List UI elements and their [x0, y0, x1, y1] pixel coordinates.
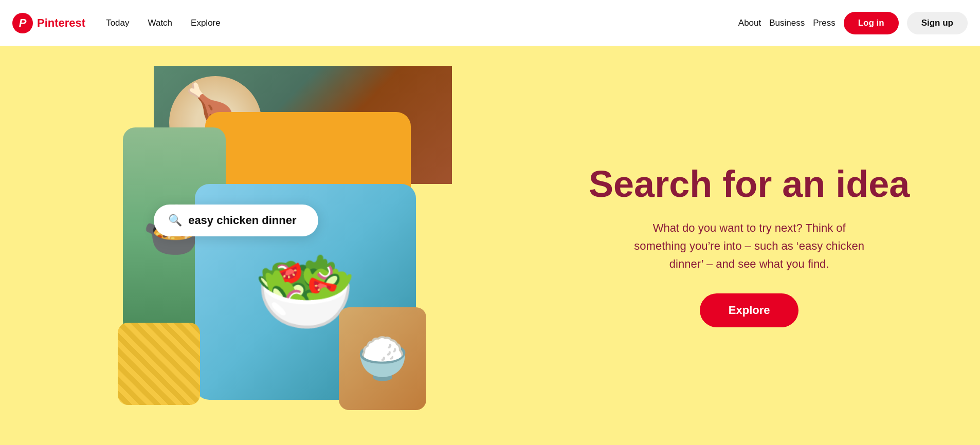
search-icon: 🔍	[168, 214, 182, 227]
search-query-text: easy chicken dinner	[188, 214, 296, 227]
navbar-left: P Pinterest Today Watch Explore	[12, 13, 229, 33]
nav-link-press[interactable]: Press	[813, 18, 835, 28]
navbar: P Pinterest Today Watch Explore About Bu…	[0, 0, 980, 46]
signup-button[interactable]: Sign up	[907, 12, 968, 34]
hero-title: Search for an idea	[589, 164, 910, 205]
nav-links: Today Watch Explore	[98, 14, 229, 32]
pinterest-p-icon: P	[12, 13, 33, 33]
navbar-right: About Business Press Log in Sign up	[738, 12, 968, 34]
hero-search-bar[interactable]: 🔍 easy chicken dinner	[154, 205, 318, 236]
nav-link-explore[interactable]: Explore	[183, 14, 229, 32]
hero-subtitle: What do you want to try next? Think of s…	[626, 219, 873, 273]
login-button[interactable]: Log in	[844, 12, 899, 34]
food-image-bottom-right	[339, 307, 426, 410]
nav-link-watch[interactable]: Watch	[140, 14, 181, 32]
hero-right: Search for an idea What do you want to t…	[539, 143, 980, 348]
pinterest-wordmark: Pinterest	[37, 16, 85, 30]
nav-link-about[interactable]: About	[738, 18, 761, 28]
pinterest-logo[interactable]: P Pinterest	[12, 13, 85, 33]
hero-section: 🔍 easy chicken dinner Search for an idea…	[0, 46, 980, 445]
explore-button[interactable]: Explore	[700, 293, 799, 327]
hero-left: 🔍 easy chicken dinner	[0, 46, 539, 445]
nav-link-today[interactable]: Today	[98, 14, 137, 32]
nav-link-business[interactable]: Business	[769, 18, 805, 28]
pattern-tile	[118, 323, 200, 405]
hero-collage: 🔍 easy chicken dinner	[102, 66, 437, 425]
